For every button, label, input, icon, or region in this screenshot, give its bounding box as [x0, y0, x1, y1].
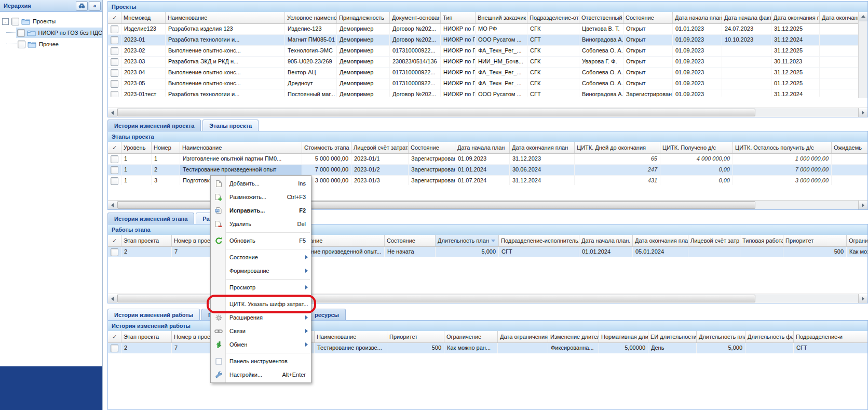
tree-item[interactable]: -Проекты: [0, 16, 102, 27]
projects-vertical-scrollbar[interactable]: [858, 12, 867, 98]
table-row[interactable]: Изделие123Разработка изделия 123Изделие-…: [108, 24, 859, 35]
column-header[interactable]: Нормативная длит: [599, 331, 648, 342]
column-header[interactable]: ✓: [108, 142, 121, 153]
row-checkbox[interactable]: [111, 58, 118, 66]
row-checkbox[interactable]: [111, 36, 118, 44]
row-checkbox[interactable]: [111, 177, 118, 185]
column-header[interactable]: Дата начала план: [455, 142, 510, 153]
row-checkbox[interactable]: [111, 25, 118, 33]
column-header[interactable]: Уровень: [121, 142, 152, 153]
menu-item-links[interactable]: Связи: [211, 324, 311, 338]
column-header[interactable]: Лицевой счёт затр: [688, 235, 740, 246]
column-header[interactable]: Состояние: [409, 142, 455, 153]
column-header[interactable]: Наименование: [315, 331, 387, 342]
column-header[interactable]: Длительность фак: [745, 331, 794, 342]
table-row[interactable]: 2023-02Выполнение опытно-конс...Технолог…: [108, 46, 859, 57]
tree-expander-icon[interactable]: -: [2, 18, 9, 25]
column-header[interactable]: ✓: [108, 331, 121, 342]
column-header[interactable]: Наименование: [166, 12, 285, 23]
column-header[interactable]: Ограничение: [847, 235, 867, 246]
column-header[interactable]: Документ-основан: [390, 12, 441, 23]
row-checkbox[interactable]: [111, 155, 118, 163]
tab-1[interactable]: История изменений этапа: [107, 213, 194, 224]
tab-1[interactable]: История изменений проекта: [107, 120, 201, 131]
scroll-left-button[interactable]: [108, 294, 117, 303]
column-header[interactable]: Ответственный: [579, 12, 623, 23]
search-binoculars-button[interactable]: [76, 1, 88, 11]
column-header[interactable]: Приоритет: [783, 235, 847, 246]
tab-1[interactable]: История изменений работы: [107, 309, 200, 320]
row-checkbox[interactable]: [111, 248, 118, 256]
collapse-sidebar-button[interactable]: «: [89, 1, 101, 11]
tree-item[interactable]: НИОКР по ГОЗ без НДС: [0, 27, 102, 38]
scroll-left-button[interactable]: [108, 108, 117, 117]
menu-item-add[interactable]: Добавить...Ins: [211, 177, 311, 190]
column-header[interactable]: Подразделение-и: [794, 331, 867, 342]
column-header[interactable]: Лицевой счёт затрат.: [351, 142, 409, 153]
menu-item-formation[interactable]: Формирование: [211, 264, 311, 277]
column-header[interactable]: Ограничение: [444, 331, 498, 342]
tab-2[interactable]: Этапы проекта: [202, 120, 259, 131]
menu-item-edit[interactable]: Исправить...F2: [211, 204, 311, 217]
menu-item-view[interactable]: Просмотр: [211, 281, 311, 294]
column-header[interactable]: Изменение длител: [548, 331, 599, 342]
column-header[interactable]: Подразделение-от: [527, 12, 579, 23]
column-header[interactable]: Принадлежность: [337, 12, 390, 23]
menu-item-state[interactable]: Состояние: [211, 250, 311, 264]
menu-item-duplicate[interactable]: Размножить...Ctrl+F3: [211, 190, 311, 204]
table-row[interactable]: 2023-01тестРазработка технологии и...Пос…: [108, 89, 859, 97]
column-header[interactable]: Наименование: [180, 142, 302, 153]
tree-item[interactable]: Прочее: [0, 38, 102, 50]
column-header[interactable]: Этап проекта: [121, 331, 172, 342]
column-header[interactable]: Дата ограничения: [498, 331, 548, 342]
menu-item-delete[interactable]: УдалитьDel: [211, 217, 311, 231]
table-row[interactable]: 2023-03Разработка ЭКД и РКД н...905-U020…: [108, 57, 859, 68]
menu-item-toolbar[interactable]: Панель инструментов: [211, 354, 311, 368]
menu-item-citk-cost-code[interactable]: ЦИТК. Указать шифр затрат...: [211, 297, 311, 311]
row-checkbox[interactable]: [111, 69, 118, 77]
column-header[interactable]: Длительность план: [436, 235, 499, 246]
column-header[interactable]: ✓: [108, 235, 121, 246]
column-header[interactable]: ЦИТК. Дней до окончания: [575, 142, 660, 153]
column-header[interactable]: ✓: [108, 12, 121, 23]
column-header[interactable]: Состояние: [623, 12, 673, 23]
column-header[interactable]: Состояние: [385, 235, 436, 246]
column-header[interactable]: Мнемокод: [121, 12, 166, 23]
column-header[interactable]: Приоритет: [387, 331, 444, 342]
scroll-right-button[interactable]: [858, 201, 867, 209]
scroll-left-button[interactable]: [108, 201, 117, 209]
row-checkbox[interactable]: [111, 166, 118, 174]
table-row[interactable]: 12Тестирование произведенной опыт7 000 0…: [108, 165, 867, 176]
table-row[interactable]: 2023-04Выполнение опытно-конс...Вектор-А…: [108, 68, 859, 78]
projects-horizontal-scrollbar[interactable]: [108, 108, 867, 117]
column-header[interactable]: Дата окончания: [820, 12, 859, 23]
row-checkbox[interactable]: [111, 345, 118, 352]
menu-item-exchange[interactable]: Обмен: [211, 338, 311, 351]
tree-checkbox[interactable]: [11, 18, 19, 25]
row-checkbox[interactable]: [111, 47, 118, 55]
scrollbar-thumb[interactable]: [117, 109, 755, 116]
column-header[interactable]: ЦИТК. Получено д/с: [660, 142, 733, 153]
table-row[interactable]: 11Изготовление опытной партии ПМ0...5 00…: [108, 154, 867, 165]
tree-checkbox[interactable]: [17, 29, 25, 37]
menu-item-settings[interactable]: Настройки...Alt+Enter: [211, 368, 311, 381]
menu-item-extensions[interactable]: Расширения: [211, 311, 311, 324]
column-header[interactable]: Дата окончания п: [771, 12, 820, 23]
row-checkbox[interactable]: [111, 91, 118, 97]
column-header[interactable]: Подразделение-исполнитель..: [499, 235, 579, 246]
column-header[interactable]: ЦИТК. Осталось получить д/с: [733, 142, 832, 153]
column-header[interactable]: ЕИ длительности: [648, 331, 697, 342]
column-header[interactable]: Дата начала план.: [579, 235, 633, 246]
tree-checkbox[interactable]: [18, 41, 25, 48]
table-row[interactable]: 2023-01Разработка технологии и...Магнит …: [108, 35, 859, 46]
column-header[interactable]: Номер: [152, 142, 180, 153]
column-header[interactable]: Длительность пла: [697, 331, 745, 342]
column-header[interactable]: Типовая работа: [740, 235, 783, 246]
scroll-up-button[interactable]: [859, 12, 867, 21]
column-header[interactable]: Стоимость этапа: [302, 142, 351, 153]
column-header[interactable]: Условное наименова: [285, 12, 337, 23]
column-header[interactable]: Дата начала план.: [673, 12, 722, 23]
menu-item-refresh[interactable]: ОбновитьF5: [211, 234, 311, 247]
column-header[interactable]: Дата начала факт.: [722, 12, 771, 23]
scroll-right-button[interactable]: [858, 108, 867, 117]
